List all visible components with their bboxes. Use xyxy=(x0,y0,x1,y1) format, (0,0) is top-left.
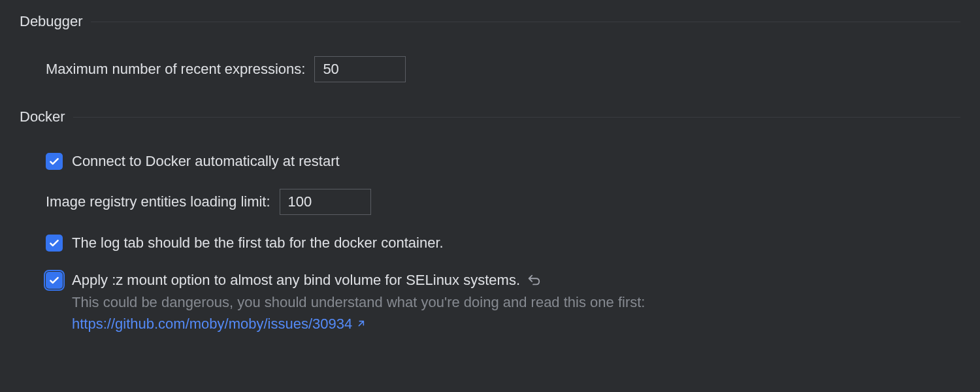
z-mount-checkbox[interactable] xyxy=(46,272,63,289)
docker-section: Docker Connect to Docker automatically a… xyxy=(20,108,960,335)
section-divider xyxy=(73,117,960,118)
z-mount-link[interactable]: https://github.com/moby/moby/issues/3093… xyxy=(72,313,365,335)
auto-connect-label: Connect to Docker automatically at resta… xyxy=(72,152,340,172)
debugger-section-header: Debugger xyxy=(20,13,960,30)
checkmark-icon xyxy=(48,274,60,286)
log-tab-first-label: The log tab should be the first tab for … xyxy=(72,233,444,253)
z-mount-label-wrap: Apply :z mount option to almost any bind… xyxy=(72,270,541,291)
z-mount-label: Apply :z mount option to almost any bind… xyxy=(72,270,520,291)
debugger-section: Debugger Maximum number of recent expres… xyxy=(20,13,960,82)
z-mount-helper-text: This could be dangerous, you should unde… xyxy=(72,294,645,310)
debugger-section-title: Debugger xyxy=(20,13,91,30)
z-mount-helper: This could be dangerous, you should unde… xyxy=(72,291,960,335)
reset-icon[interactable] xyxy=(527,273,541,287)
docker-section-header: Docker xyxy=(20,108,960,125)
registry-limit-input[interactable] xyxy=(280,189,371,215)
z-mount-row: Apply :z mount option to almost any bind… xyxy=(46,270,960,291)
auto-connect-row: Connect to Docker automatically at resta… xyxy=(46,152,960,172)
log-tab-first-checkbox[interactable] xyxy=(46,235,63,252)
max-expressions-row: Maximum number of recent expressions: xyxy=(46,56,960,82)
checkmark-icon xyxy=(48,155,60,167)
auto-connect-checkbox[interactable] xyxy=(46,153,63,170)
section-divider xyxy=(91,22,960,22)
docker-section-title: Docker xyxy=(20,108,73,125)
checkmark-icon xyxy=(48,237,60,249)
z-mount-link-text: https://github.com/moby/moby/issues/3093… xyxy=(72,313,352,335)
registry-limit-row: Image registry entities loading limit: xyxy=(46,189,960,215)
registry-limit-label: Image registry entities loading limit: xyxy=(46,193,270,210)
log-tab-first-row: The log tab should be the first tab for … xyxy=(46,233,960,253)
external-link-icon xyxy=(356,319,365,329)
max-expressions-input[interactable] xyxy=(314,56,406,82)
max-expressions-label: Maximum number of recent expressions: xyxy=(46,61,305,78)
